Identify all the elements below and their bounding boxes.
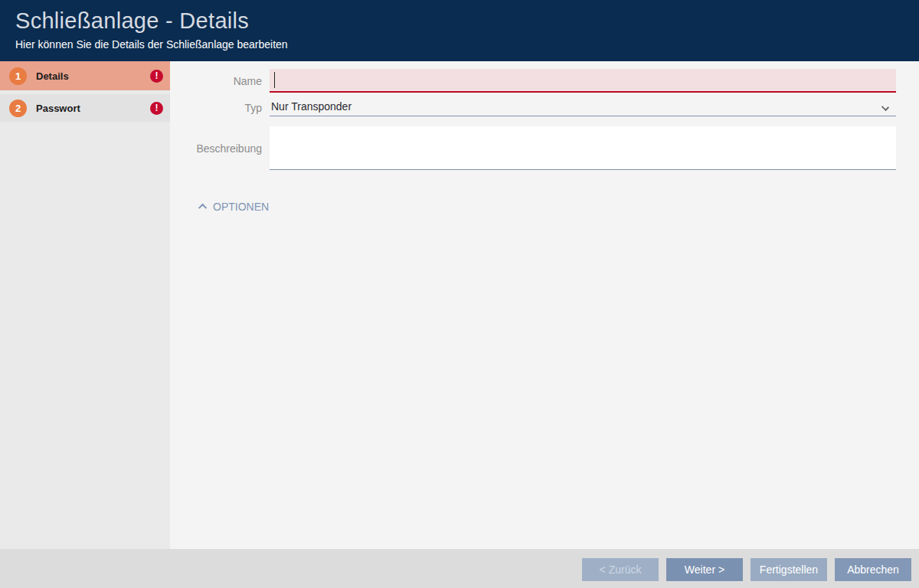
sidebar-item-details[interactable]: 1 Details ! xyxy=(0,61,170,90)
chevron-down-icon xyxy=(881,103,889,111)
cancel-button[interactable]: Abbrechen xyxy=(835,558,911,581)
name-input[interactable] xyxy=(270,69,896,93)
step-1-label: Details xyxy=(36,70,69,82)
next-button[interactable]: Weiter > xyxy=(666,558,743,581)
typ-selected-value: Nur Transponder xyxy=(271,100,352,113)
name-label: Name xyxy=(170,75,262,87)
typ-label: Typ xyxy=(170,102,262,114)
wizard-footer: < Zurück Weiter > Fertigstellen Abbreche… xyxy=(0,549,919,588)
beschreibung-label: Beschreibung xyxy=(170,142,262,155)
sidebar-item-passwort[interactable]: 2 Passwort ! xyxy=(0,94,170,122)
step-2-label: Passwort xyxy=(36,103,80,114)
wizard-window: Schließanlage - Details Hier können Sie … xyxy=(0,0,919,588)
wizard-steps-sidebar: 1 Details ! 2 Passwort ! xyxy=(0,61,170,549)
options-toggle[interactable]: OPTIONEN xyxy=(201,201,269,213)
step-1-number-badge: 1 xyxy=(9,67,27,85)
details-form: Name Typ Nur Transponder Beschreibung OP… xyxy=(170,61,919,549)
finish-button[interactable]: Fertigstellen xyxy=(751,558,827,581)
page-title: Schließanlage - Details xyxy=(15,8,249,34)
text-caret xyxy=(274,72,275,88)
chevron-up-icon xyxy=(198,204,207,212)
page-subtitle: Hier können Sie die Details der Schließa… xyxy=(15,38,288,51)
error-icon: ! xyxy=(150,102,163,115)
beschreibung-textarea[interactable] xyxy=(270,126,896,170)
step-2-number-badge: 2 xyxy=(9,100,27,117)
wizard-header: Schließanlage - Details Hier können Sie … xyxy=(0,0,919,61)
back-button[interactable]: < Zurück xyxy=(582,558,659,581)
options-toggle-label: OPTIONEN xyxy=(213,201,269,213)
error-icon: ! xyxy=(150,70,163,83)
typ-select[interactable]: Nur Transponder xyxy=(270,100,896,116)
